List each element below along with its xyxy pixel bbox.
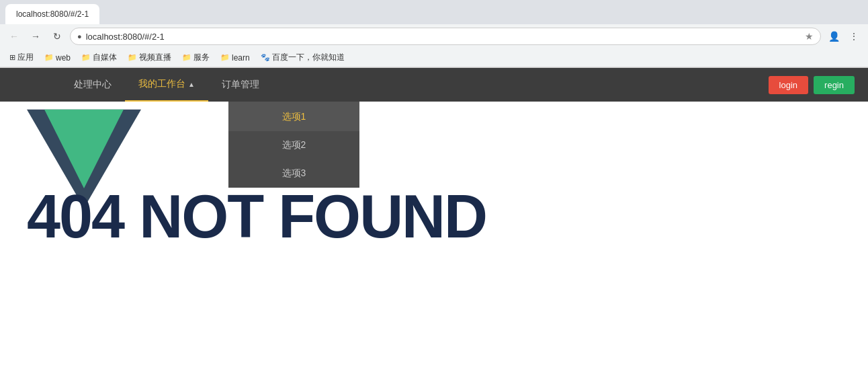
apps-icon: ⊞ (9, 53, 15, 62)
dropdown-item-2[interactable]: 选项2 (228, 131, 359, 159)
bookmark-baidu-label: 百度一下，你就知道 (272, 52, 345, 63)
bookmark-web[interactable]: 📁 web (40, 52, 75, 64)
navbar-actions: login regin (769, 76, 855, 94)
folder-icon: 📁 (128, 53, 137, 62)
bookmarks-bar: ⊞ 应用 📁 web 📁 自媒体 📁 视频直播 📁 服务 📁 learn 🐾 百… (0, 48, 868, 67)
browser-chrome: localhost:8080/#/2-1 ← → ↻ ● localhost:8… (0, 0, 868, 68)
dropdown-item-1[interactable]: 选项1 (228, 103, 359, 131)
dropdown-arrow-icon: ▲ (188, 81, 195, 88)
lock-icon: ● (77, 32, 82, 40)
nav-item-workspace-label: 我的工作台 (138, 78, 185, 90)
register-button[interactable]: regin (814, 76, 855, 94)
navbar: 处理中心 我的工作台 ▲ 订单管理 login regin (0, 68, 868, 102)
bookmark-web-label: web (56, 53, 71, 63)
navbar-wrapper: 处理中心 我的工作台 ▲ 订单管理 login regin 选项1 选项2 选项… (0, 68, 868, 102)
folder-icon: 📁 (81, 53, 91, 62)
nav-item-process[interactable]: 处理中心 (60, 68, 125, 102)
dropdown-item-3[interactable]: 选项3 (228, 159, 359, 188)
bookmark-apps-label: 应用 (17, 52, 34, 63)
dropdown-menu: 选项1 选项2 选项3 (228, 102, 359, 188)
url-text: localhost:8080/#/2-1 (86, 32, 165, 42)
folder-icon: 📁 (182, 53, 191, 62)
bookmark-video[interactable]: 📁 视频直播 (124, 50, 175, 65)
nav-item-process-label: 处理中心 (74, 79, 112, 91)
profile-icon[interactable]: 👤 (825, 28, 842, 45)
login-button[interactable]: login (769, 76, 808, 94)
tab-title: localhost:8080/#/2-1 (16, 9, 89, 19)
browser-tab[interactable]: localhost:8080/#/2-1 (5, 4, 99, 24)
bookmark-apps[interactable]: ⊞ 应用 (5, 50, 38, 65)
nav-item-orders[interactable]: 订单管理 (208, 68, 273, 102)
menu-icon[interactable]: ⋮ (845, 28, 863, 45)
bookmark-media[interactable]: 📁 自媒体 (77, 50, 121, 65)
bookmark-video-label: 视频直播 (139, 52, 171, 63)
forward-button[interactable]: → (27, 28, 44, 45)
bookmark-learn-label: learn (232, 53, 250, 63)
navbar-logo (13, 68, 54, 102)
baidu-icon: 🐾 (261, 53, 270, 62)
folder-icon: 📁 (44, 53, 54, 62)
bookmark-media-label: 自媒体 (93, 52, 117, 63)
app-container: 处理中心 我的工作台 ▲ 订单管理 login regin 选项1 选项2 选项… (0, 68, 868, 372)
back-button[interactable]: ← (5, 28, 23, 45)
nav-item-orders-label: 订单管理 (222, 79, 259, 91)
bookmark-learn[interactable]: 📁 learn (216, 52, 254, 64)
content-wrapper: 404 NOT FOUND (0, 102, 868, 357)
folder-icon: 📁 (220, 53, 230, 62)
bookmark-service[interactable]: 📁 服务 (178, 50, 214, 65)
refresh-button[interactable]: ↻ (48, 28, 66, 45)
browser-right-icons: 👤 ⋮ (825, 28, 863, 45)
main-content: 404 NOT FOUND (0, 102, 868, 357)
navbar-nav: 处理中心 我的工作台 ▲ 订单管理 (60, 68, 769, 102)
address-bar[interactable]: ● localhost:8080/#/2-1 ★ (70, 28, 821, 45)
not-found-heading: 404 NOT FOUND (27, 182, 486, 252)
browser-toolbar: ← → ↻ ● localhost:8080/#/2-1 ★ 👤 ⋮ (0, 24, 868, 48)
tab-bar: localhost:8080/#/2-1 (0, 0, 868, 24)
nav-item-workspace[interactable]: 我的工作台 ▲ (125, 68, 208, 102)
bookmark-baidu[interactable]: 🐾 百度一下，你就知道 (257, 50, 349, 65)
bookmark-service-label: 服务 (193, 52, 210, 63)
bookmark-star-icon[interactable]: ★ (805, 31, 814, 42)
